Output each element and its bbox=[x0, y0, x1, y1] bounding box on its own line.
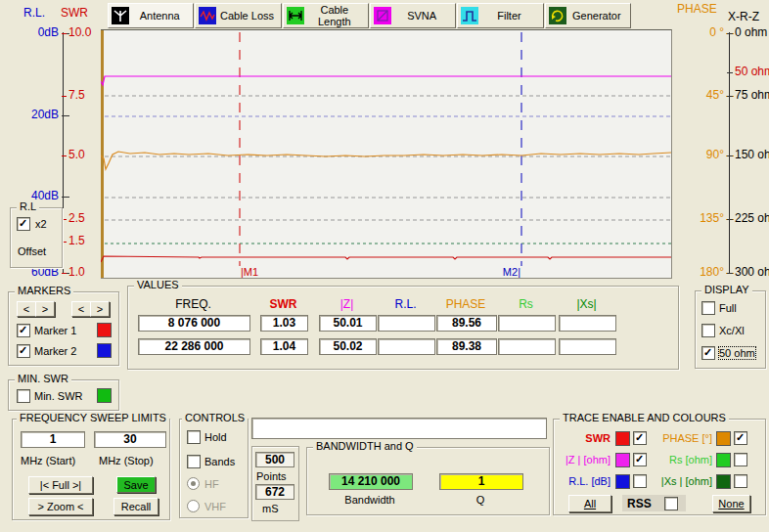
full-range-button[interactable]: |< Full >| bbox=[28, 476, 93, 494]
svna-button-label: SVNA bbox=[391, 10, 452, 22]
min-swr-checkbox[interactable] bbox=[17, 389, 30, 403]
display-50ohm-checkbox[interactable] bbox=[701, 346, 715, 360]
marker2-left-button[interactable]: < bbox=[71, 301, 91, 317]
trace-xs-label: |Xs | [ohm] bbox=[656, 475, 712, 487]
marker2-color-swatch[interactable] bbox=[97, 343, 112, 358]
markers-panel: MARKERS < > < > Marker 1 Marker 2 bbox=[8, 291, 119, 366]
sweep-stop-input[interactable]: 30 bbox=[94, 431, 166, 448]
antenna-button-label: Antenna bbox=[129, 10, 190, 22]
sweep-panel: FREQUENCY SWEEP LIMITS 1 30 MHz (Start) … bbox=[12, 419, 170, 520]
zoom-range-button[interactable]: > Zoom < bbox=[28, 498, 93, 515]
filter-button-label: Filter bbox=[478, 10, 539, 22]
trace-rs-checkbox[interactable] bbox=[734, 453, 747, 466]
ohm-tick-50: 50 ohm bbox=[735, 66, 769, 78]
m2-xs-value bbox=[559, 338, 616, 355]
m1-phase-value: 89.56 bbox=[436, 315, 497, 332]
filter-button[interactable]: Filter bbox=[457, 3, 543, 28]
toolbar: Antenna Cable Loss Cable Length SVNA Fil… bbox=[108, 3, 631, 28]
m2-swr-value: 1.04 bbox=[260, 338, 308, 355]
rl-offset-button[interactable]: Offset bbox=[18, 245, 46, 257]
rl-x2-checkbox[interactable] bbox=[17, 217, 30, 231]
command-input[interactable] bbox=[251, 418, 547, 439]
ohm-tick-0: 0 ohm bbox=[735, 26, 767, 39]
trace-z-swatch[interactable] bbox=[615, 453, 630, 467]
trace-rl-checkbox[interactable] bbox=[633, 474, 647, 488]
markers-panel-title: MARKERS bbox=[15, 285, 73, 296]
values-panel-title: VALUES bbox=[134, 279, 182, 290]
display-xcxl-label: Xc/Xl bbox=[719, 325, 745, 336]
rss-checkbox[interactable] bbox=[664, 497, 678, 510]
swr-axis-title: SWR bbox=[61, 6, 88, 20]
sweep-start-input[interactable]: 1 bbox=[21, 431, 85, 448]
marker1-left-button[interactable]: < bbox=[17, 301, 36, 317]
marker2-right-button[interactable]: > bbox=[90, 301, 110, 317]
marker1-color-swatch[interactable] bbox=[97, 323, 112, 337]
cable-length-icon bbox=[287, 7, 304, 24]
marker1-right-button[interactable]: > bbox=[35, 301, 55, 317]
trace-z-checkbox[interactable] bbox=[633, 453, 647, 466]
rss-label: RSS bbox=[627, 497, 652, 510]
scan-time-value: 672 bbox=[255, 484, 294, 500]
recall-button[interactable]: Recall bbox=[113, 498, 158, 515]
col-swr: SWR bbox=[260, 297, 306, 311]
swr-tick-10: 10.0 bbox=[68, 26, 91, 39]
trace-panel: TRACE ENABLE AND COLOURS SWR PHASE [°] |… bbox=[553, 419, 766, 515]
marker1-checkbox[interactable] bbox=[17, 324, 30, 337]
cable-loss-button-label: Cable Loss bbox=[216, 10, 277, 22]
sweep-chart[interactable]: |M1M2| bbox=[101, 29, 672, 279]
min-swr-color-swatch[interactable] bbox=[97, 388, 112, 403]
m2-rs-value bbox=[498, 338, 556, 355]
cable-length-button-label: Cable Length bbox=[304, 4, 365, 27]
m1-rs-value bbox=[498, 315, 556, 332]
bandwidth-value: 14 210 000 bbox=[329, 473, 413, 490]
trace-rl-swatch[interactable] bbox=[615, 474, 630, 489]
min-swr-label: Min. SWR bbox=[34, 390, 83, 402]
col-xs: |Xs| bbox=[559, 297, 614, 311]
trace-swr-swatch[interactable] bbox=[615, 431, 630, 446]
trace-all-button[interactable]: All bbox=[568, 495, 611, 512]
hf-label: HF bbox=[204, 478, 219, 490]
trace-xs-checkbox[interactable] bbox=[734, 474, 747, 488]
trace-rs-label: Rs [ohm] bbox=[656, 454, 712, 466]
trace-phase-checkbox[interactable] bbox=[734, 431, 747, 445]
bands-label: Bands bbox=[204, 456, 235, 467]
phase-tick-180: 180° bbox=[685, 266, 724, 279]
phase-tick-0: 0 ° bbox=[685, 26, 724, 39]
points-value: 500 bbox=[255, 452, 294, 467]
marker2-checkbox[interactable] bbox=[17, 344, 30, 358]
generator-button[interactable]: Generator bbox=[545, 3, 631, 28]
trace-phase-swatch[interactable] bbox=[716, 431, 731, 446]
cable-length-button[interactable]: Cable Length bbox=[283, 3, 369, 28]
svna-button[interactable]: SVNA bbox=[370, 3, 456, 28]
phase-tick-135: 135° bbox=[685, 212, 724, 225]
right-axis-line bbox=[729, 32, 730, 273]
antenna-button[interactable]: Antenna bbox=[108, 3, 194, 28]
rl-x2-label: x2 bbox=[35, 218, 47, 230]
swr-tick-1: 1.0 bbox=[68, 266, 85, 279]
trace-panel-title: TRACE ENABLE AND COLOURS bbox=[560, 412, 729, 423]
hf-radio[interactable] bbox=[187, 477, 200, 490]
cable-loss-button[interactable]: Cable Loss bbox=[195, 3, 281, 28]
vhf-radio[interactable] bbox=[187, 500, 200, 512]
chart-canvas: |M1M2| bbox=[101, 30, 671, 278]
marker2-label: Marker 2 bbox=[34, 345, 76, 357]
min-swr-panel: MIN. SWR Min. SWR bbox=[8, 379, 119, 411]
trace-swr-checkbox[interactable] bbox=[633, 431, 647, 445]
trace-rs-swatch[interactable] bbox=[716, 453, 731, 467]
generator-button-label: Generator bbox=[566, 10, 627, 22]
m2-rl-value bbox=[378, 338, 435, 355]
display-full-checkbox[interactable] bbox=[701, 301, 715, 315]
scan-status-panel: 500 Points 672 mS bbox=[251, 446, 299, 521]
hold-checkbox[interactable] bbox=[187, 430, 201, 444]
controls-panel: CONTROLS Hold Bands HF VHF bbox=[179, 419, 249, 518]
display-50ohm-label: 50 ohm bbox=[719, 347, 755, 359]
trace-xs-swatch[interactable] bbox=[716, 474, 731, 489]
col-freq: FREQ. bbox=[138, 297, 249, 311]
save-button[interactable]: Save bbox=[116, 476, 156, 493]
display-xcxl-checkbox[interactable] bbox=[701, 324, 715, 337]
svg-text:|M1: |M1 bbox=[241, 266, 258, 278]
trace-none-button[interactable]: None bbox=[712, 495, 750, 512]
q-value: 1 bbox=[439, 473, 523, 490]
bands-checkbox[interactable] bbox=[187, 455, 201, 468]
trace-swr-label: SWR bbox=[554, 432, 611, 444]
